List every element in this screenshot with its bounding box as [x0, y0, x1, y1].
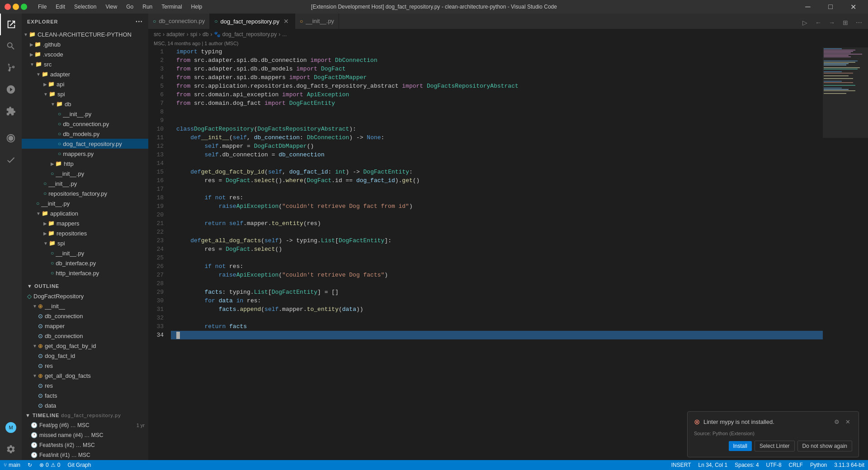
timeline-header[interactable]: ▼ TIMELINE dog_fact_repository.py	[22, 410, 148, 420]
sidebar-item-src[interactable]: ▼ 📁 src	[22, 59, 148, 69]
timeline-item-1[interactable]: 🕐 missed name (#4) … MSC	[22, 430, 148, 440]
python-version-status[interactable]: 3.11.3 64-bit	[830, 460, 868, 470]
select-linter-button[interactable]: Select Linter	[755, 441, 795, 451]
outline-item-mapper-var[interactable]: ⊙ mapper	[22, 321, 148, 331]
sidebar-item-src-init[interactable]: ○ __init__.py	[22, 198, 148, 208]
explorer-icon[interactable]	[0, 14, 22, 35]
breadcrumb-src[interactable]: src	[154, 31, 161, 38]
sidebar-item-adapter-init[interactable]: ○ __init__.py	[22, 179, 148, 188]
more-actions-button[interactable]: ⋯	[853, 16, 865, 29]
outline-item-data[interactable]: ⊙ data	[22, 400, 148, 410]
search-icon[interactable]	[0, 35, 22, 57]
outline-item-init[interactable]: ▼ ⊕ __init__	[22, 301, 148, 311]
breadcrumb-symbol[interactable]: ...	[282, 31, 287, 38]
outline-item-db-conn-var2[interactable]: ⊙ db_connection	[22, 331, 148, 341]
code-line-11: def __init__(self, db_connection: DbConn…	[171, 133, 823, 142]
language-status[interactable]: Python	[807, 460, 830, 470]
sidebar-item-vscode[interactable]: ▶ 📁 .vscode	[22, 49, 148, 59]
breadcrumb-adapter[interactable]: adapter	[166, 31, 185, 38]
menu-selection[interactable]: Selection	[71, 3, 100, 11]
eol-status[interactable]: CRLF	[785, 460, 807, 470]
git-branch-status[interactable]: ⑂ main	[0, 460, 24, 470]
sidebar-item-mappers[interactable]: ○ mappers.py	[22, 149, 148, 159]
tab-close-button[interactable]: ✕	[282, 17, 290, 25]
editor-content[interactable]: 1 2 3 4 5 6 7 8 9 10 11 12 13 14 15 16 1…	[148, 47, 868, 460]
breadcrumb-spi[interactable]: spi	[190, 31, 197, 38]
insert-mode-status[interactable]: INSERT	[668, 460, 695, 470]
breadcrumb-file[interactable]: 🐾 dog_fact_repository.py	[214, 31, 277, 38]
cursor-pos-status[interactable]: Ln 34, Col 1	[694, 460, 731, 470]
breadcrumb-db[interactable]: db	[203, 31, 208, 38]
menu-terminal[interactable]: Terminal	[158, 3, 185, 11]
go-forward-button[interactable]: →	[826, 16, 838, 29]
outline-item-dogfactrepo[interactable]: ◇ DogFactRepository	[22, 291, 148, 301]
test-icon[interactable]	[0, 149, 22, 171]
install-button[interactable]: Install	[729, 441, 752, 451]
tab-init[interactable]: ○ __init__.py	[295, 14, 339, 29]
timeline-item-0[interactable]: 🕐 Feat/pg (#6) … MSC 1 yr	[22, 420, 148, 430]
minimize-button[interactable]: ─	[797, 0, 818, 14]
sidebar-item-api[interactable]: ▶ 📁 api	[22, 79, 148, 89]
go-back-button[interactable]: ←	[812, 16, 825, 29]
outline-item-res[interactable]: ⊙ res	[22, 361, 148, 371]
menu-view[interactable]: View	[102, 3, 121, 11]
sidebar-item-application[interactable]: ▼ 📁 application	[22, 208, 148, 218]
sidebar-item-repositories[interactable]: ▶ 📁 repositories	[22, 228, 148, 238]
remote-icon[interactable]	[0, 127, 22, 149]
chevron-down-icon: ▼	[33, 304, 37, 309]
menu-file[interactable]: File	[34, 3, 50, 11]
sidebar-item-adapter[interactable]: ▼ 📁 adapter	[22, 69, 148, 79]
sidebar-item-github[interactable]: ▶ 📁 .github	[22, 39, 148, 49]
sidebar-item-spi-init[interactable]: ○ __init__.py	[22, 169, 148, 179]
source-control-icon[interactable]	[0, 57, 22, 79]
tab-db-connection[interactable]: ○ db_connection.py	[148, 14, 210, 29]
tab-dog-fact-repo[interactable]: ○ dog_fact_repository.py ✕	[210, 14, 295, 29]
split-editor-button[interactable]: ⊞	[839, 16, 852, 29]
outline-item-facts[interactable]: ⊙ facts	[22, 390, 148, 400]
outline-item-get-all[interactable]: ▼ ⊕ get_all_dog_facts	[22, 371, 148, 381]
menu-run[interactable]: Run	[139, 3, 156, 11]
sidebar-item-db-connection[interactable]: ○ db_connection.py	[22, 119, 148, 129]
sidebar-item-dog-fact-repo[interactable]: ○ dog_fact_repository.py	[22, 139, 148, 149]
timeline-item-2[interactable]: 🕐 Feat/tests (#2) … MSC	[22, 440, 148, 450]
sidebar-item-app-mappers[interactable]: ▶ 📁 mappers	[22, 218, 148, 228]
outline-item-db-conn-var[interactable]: ⊙ db_connection	[22, 311, 148, 321]
sidebar-item-repo-factory[interactable]: ○ repositories_factory.py	[22, 188, 148, 198]
menu-edit[interactable]: Edit	[52, 3, 69, 11]
sync-status[interactable]: ↻	[24, 460, 36, 470]
sidebar-item-http[interactable]: ▶ 📁 http	[22, 159, 148, 169]
outline-item-get-by-id[interactable]: ▼ ⊕ get_dog_fact_by_id	[22, 341, 148, 351]
encoding-status[interactable]: UTF-8	[763, 460, 785, 470]
git-graph-status[interactable]: Git Graph	[64, 460, 94, 470]
sidebar-item-app-spi-init[interactable]: ○ __init__.py	[22, 248, 148, 258]
accounts-icon[interactable]: M	[0, 417, 22, 438]
do-not-show-button[interactable]: Do not show again	[797, 441, 852, 451]
timeline-item-3[interactable]: 🕐 Feat/init (#1) … MSC	[22, 450, 148, 460]
close-button[interactable]: ✕	[843, 0, 863, 14]
menu-help[interactable]: Help	[188, 3, 206, 11]
extensions-icon[interactable]	[0, 100, 22, 122]
notification-settings-button[interactable]: ⚙	[832, 417, 841, 426]
outline-item-dog-fact-id[interactable]: ⊙ dog_fact_id	[22, 351, 148, 361]
sidebar-item-spi[interactable]: ▼ 📁 spi	[22, 89, 148, 99]
outline-item-res2[interactable]: ⊙ res	[22, 381, 148, 390]
code-editor[interactable]: import typing from src.adapter.spi.db.db…	[171, 47, 823, 460]
run-button[interactable]: ▷	[798, 16, 811, 29]
notification-close-button[interactable]: ✕	[843, 417, 852, 426]
sidebar-item-app-spi[interactable]: ▼ 📁 spi	[22, 238, 148, 248]
project-root[interactable]: ▼ 📁 CLEAN-ARCHITECTURE-PYTHON	[22, 29, 148, 39]
settings-icon[interactable]	[0, 438, 22, 460]
run-debug-icon[interactable]	[0, 79, 22, 100]
sidebar-item-db-interface[interactable]: ○ db_interface.py	[22, 258, 148, 268]
menu-go[interactable]: Go	[123, 3, 137, 11]
sidebar-item-db-models[interactable]: ○ db_models.py	[22, 129, 148, 139]
sidebar-item-http-interface[interactable]: ○ http_interface.py	[22, 268, 148, 278]
outline-header[interactable]: ▼ OUTLINE	[22, 281, 148, 291]
sidebar-item-db[interactable]: ▼ 📁 db	[22, 99, 148, 109]
sidebar-item-db-init[interactable]: ○ __init__.py	[22, 109, 148, 119]
maximize-button[interactable]: □	[820, 0, 841, 14]
explorer-more-button[interactable]: ⋯	[135, 17, 143, 26]
chevron-right-icon: ▶	[30, 52, 33, 57]
errors-status[interactable]: ⊗ 0 ⚠ 0	[36, 460, 64, 470]
spaces-status[interactable]: Spaces: 4	[731, 460, 762, 470]
